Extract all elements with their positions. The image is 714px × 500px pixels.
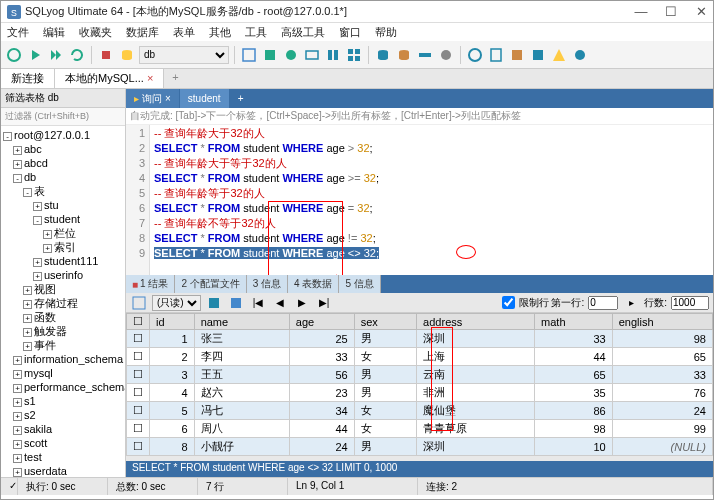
stop-icon[interactable] <box>97 46 115 64</box>
table-row[interactable]: ☐8小靓仔24男深圳10(NULL) <box>127 438 713 456</box>
menu-advanced[interactable]: 高级工具 <box>281 25 325 39</box>
tool-i[interactable] <box>416 46 434 64</box>
close-icon[interactable]: ✕ <box>695 6 707 18</box>
column-header[interactable]: address <box>417 314 535 330</box>
next-icon[interactable]: ▶ <box>293 294 311 312</box>
rows-input[interactable] <box>671 296 709 310</box>
step-icon[interactable]: ▸ <box>622 294 640 312</box>
table-row[interactable]: ☐6周八44女青青草原9899 <box>127 420 713 438</box>
tree-item[interactable]: +sakila <box>1 422 125 436</box>
tree-item[interactable]: +栏位 <box>1 226 125 240</box>
refresh-icon[interactable] <box>68 46 86 64</box>
maximize-icon[interactable]: ☐ <box>665 6 677 18</box>
tool-f[interactable] <box>345 46 363 64</box>
close-tab-icon[interactable]: × <box>147 72 153 84</box>
tree-item[interactable]: +s1 <box>1 394 125 408</box>
tree-item[interactable]: +s2 <box>1 408 125 422</box>
menu-other[interactable]: 其他 <box>209 25 231 39</box>
tree-item[interactable]: +视图 <box>1 282 125 296</box>
database-select[interactable]: db <box>139 46 229 64</box>
new-connection-icon[interactable] <box>5 46 23 64</box>
column-header[interactable]: id <box>150 314 195 330</box>
tree-item[interactable]: +test <box>1 450 125 464</box>
export-icon[interactable] <box>205 294 223 312</box>
readonly-select[interactable]: (只读) <box>152 295 201 311</box>
tool-e[interactable] <box>324 46 342 64</box>
tab-new-connection[interactable]: 新连接 <box>1 69 55 88</box>
tab-info[interactable]: 3 信息 <box>247 275 288 293</box>
column-header[interactable]: english <box>612 314 712 330</box>
menu-window[interactable]: 窗口 <box>339 25 361 39</box>
tree-item[interactable]: -表 <box>1 184 125 198</box>
execute-query-icon[interactable] <box>26 46 44 64</box>
tool-o[interactable] <box>550 46 568 64</box>
minimize-icon[interactable]: — <box>635 6 647 18</box>
tool-j[interactable] <box>437 46 455 64</box>
tree-item[interactable]: -student <box>1 212 125 226</box>
tab-profiles[interactable]: 2 个配置文件 <box>175 275 246 293</box>
checkbox-header[interactable]: ☐ <box>127 314 150 330</box>
tree-item[interactable]: -db <box>1 170 125 184</box>
menu-database[interactable]: 数据库 <box>126 25 159 39</box>
tool-a[interactable] <box>240 46 258 64</box>
table-row[interactable]: ☐4赵六23男非洲3576 <box>127 384 713 402</box>
tool-l[interactable] <box>487 46 505 64</box>
table-row[interactable]: ☐5冯七34女魔仙堡8624 <box>127 402 713 420</box>
tree-item[interactable]: +触发器 <box>1 324 125 338</box>
db-icon[interactable] <box>118 46 136 64</box>
column-header[interactable]: name <box>194 314 289 330</box>
first-icon[interactable]: |◀ <box>249 294 267 312</box>
close-icon[interactable]: × <box>165 93 171 104</box>
tool-n[interactable] <box>529 46 547 64</box>
tool-k[interactable] <box>466 46 484 64</box>
tool-d[interactable] <box>303 46 321 64</box>
tab-info-2[interactable]: 5 信息 <box>339 275 380 293</box>
column-header[interactable]: sex <box>354 314 416 330</box>
tree-item[interactable]: +mysql <box>1 366 125 380</box>
tab-query[interactable]: ▸询问× <box>126 89 180 108</box>
menu-tools[interactable]: 工具 <box>245 25 267 39</box>
tool-p[interactable] <box>571 46 589 64</box>
column-header[interactable]: math <box>535 314 613 330</box>
menu-edit[interactable]: 编辑 <box>43 25 65 39</box>
sql-editor[interactable]: 123456789 -- 查询年龄大于32的人SELECT * FROM stu… <box>126 125 713 275</box>
tree-item[interactable]: -root@127.0.0.1 <box>1 128 125 142</box>
tab-student[interactable]: student <box>180 89 230 108</box>
limit-first-input[interactable] <box>588 296 618 310</box>
tree-item[interactable]: +performance_schema <box>1 380 125 394</box>
tree-item[interactable]: +userdata <box>1 464 125 477</box>
table-row[interactable]: ☐1张三25男深圳3398 <box>127 330 713 348</box>
tree-item[interactable]: +索引 <box>1 240 125 254</box>
results-grid[interactable]: ☐idnameagesexaddressmathenglish☐1张三25男深圳… <box>126 313 713 456</box>
menu-file[interactable]: 文件 <box>7 25 29 39</box>
tree-item[interactable]: +abc <box>1 142 125 156</box>
tree-item[interactable]: +information_schema <box>1 352 125 366</box>
table-row[interactable]: ☐3王五56男云南6533 <box>127 366 713 384</box>
limit-checkbox[interactable] <box>502 296 515 309</box>
menu-table[interactable]: 表单 <box>173 25 195 39</box>
tab-local-mysql[interactable]: 本地的MySQL... × <box>55 69 164 88</box>
tree-item[interactable]: +stu <box>1 198 125 212</box>
tool-b[interactable] <box>261 46 279 64</box>
column-header[interactable]: age <box>289 314 354 330</box>
tree-item[interactable]: +scott <box>1 436 125 450</box>
tree-item[interactable]: +事件 <box>1 338 125 352</box>
last-icon[interactable]: ▶| <box>315 294 333 312</box>
tool-m[interactable] <box>508 46 526 64</box>
table-row[interactable]: ☐2李四33女上海4465 <box>127 348 713 366</box>
add-editor-tab[interactable]: + <box>230 89 253 108</box>
tree-item[interactable]: +存储过程 <box>1 296 125 310</box>
tree-item[interactable]: +student111 <box>1 254 125 268</box>
execute-all-icon[interactable] <box>47 46 65 64</box>
tab-result-1[interactable]: ■1 结果 <box>126 275 175 293</box>
code-content[interactable]: -- 查询年龄大于32的人SELECT * FROM student WHERE… <box>150 125 713 275</box>
grid-view-icon[interactable] <box>130 294 148 312</box>
tool-h[interactable] <box>395 46 413 64</box>
tool-g[interactable] <box>374 46 392 64</box>
menu-help[interactable]: 帮助 <box>375 25 397 39</box>
add-tab-button[interactable]: + <box>164 69 186 88</box>
tree-item[interactable]: +函数 <box>1 310 125 324</box>
tab-table-data[interactable]: 4 表数据 <box>288 275 339 293</box>
tool-c[interactable] <box>282 46 300 64</box>
filter-input[interactable]: 过滤器 (Ctrl+Shift+B) <box>1 108 125 126</box>
